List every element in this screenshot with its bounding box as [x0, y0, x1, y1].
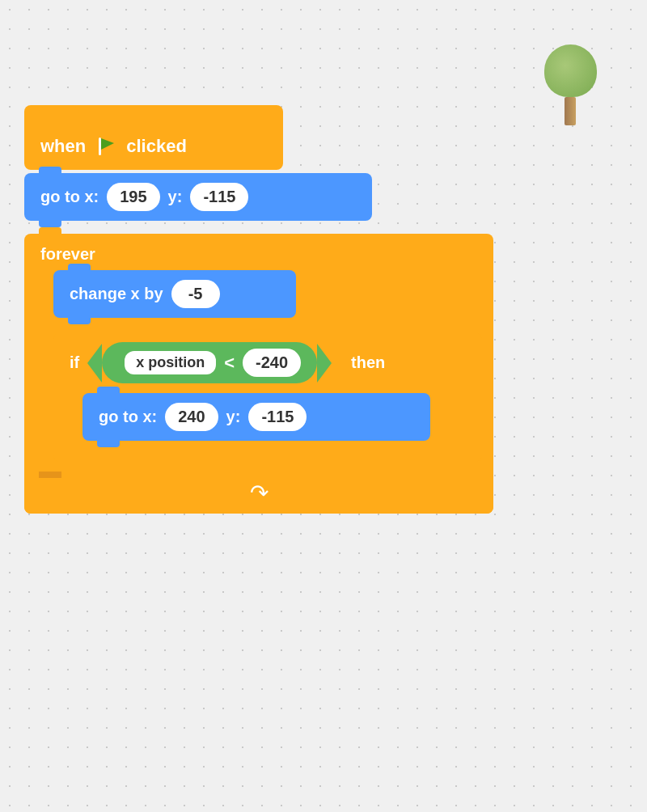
operator-label: <: [224, 353, 235, 374]
if-label: if: [70, 353, 79, 372]
refresh-icon: ↷: [250, 480, 269, 506]
hat-bump: [39, 105, 79, 128]
change-block[interactable]: change x by -5: [53, 270, 493, 318]
forever-block[interactable]: forever change x by -5 if: [24, 234, 493, 514]
if-block[interactable]: if x position < -240 then: [53, 332, 482, 462]
goto1-y-value[interactable]: -115: [190, 183, 248, 211]
goto-block-1[interactable]: go to x: 195 y: -115: [24, 173, 493, 221]
goto1-y-label: y:: [168, 188, 183, 206]
reporter-block[interactable]: x position < -240: [102, 342, 317, 383]
if-inner: go to x: 240 y: -115: [82, 393, 482, 447]
goto2-label: go to x:: [99, 408, 157, 426]
forever-label: forever: [40, 245, 95, 263]
goto1-x-value[interactable]: 195: [107, 183, 159, 211]
goto2-x-value[interactable]: 240: [165, 403, 218, 431]
tree-decoration: [542, 44, 598, 125]
svg-rect-0: [99, 137, 101, 155]
goto2-y-label: y:: [226, 408, 241, 426]
blocks-container: when clicked go to x: 195 y: -115: [24, 105, 493, 514]
tree-crown: [544, 44, 597, 97]
then-label: then: [351, 353, 385, 372]
hat-block-wrapper: when clicked: [24, 105, 493, 170]
tree-trunk: [565, 97, 576, 125]
reporter-label: x position: [125, 351, 216, 374]
forever-bottom: ↷: [24, 472, 493, 514]
compare-value[interactable]: -240: [243, 349, 301, 377]
goto1-label: go to x:: [40, 188, 99, 206]
goto-block-2[interactable]: go to x: 240 y: -115: [82, 393, 482, 441]
clicked-label: clicked: [126, 136, 187, 157]
change-value[interactable]: -5: [171, 280, 220, 308]
goto2-y-value[interactable]: -115: [248, 403, 307, 431]
when-label: when: [40, 136, 86, 157]
flag-icon: [94, 134, 118, 159]
svg-marker-1: [101, 138, 114, 150]
change-label: change x by: [70, 285, 163, 303]
